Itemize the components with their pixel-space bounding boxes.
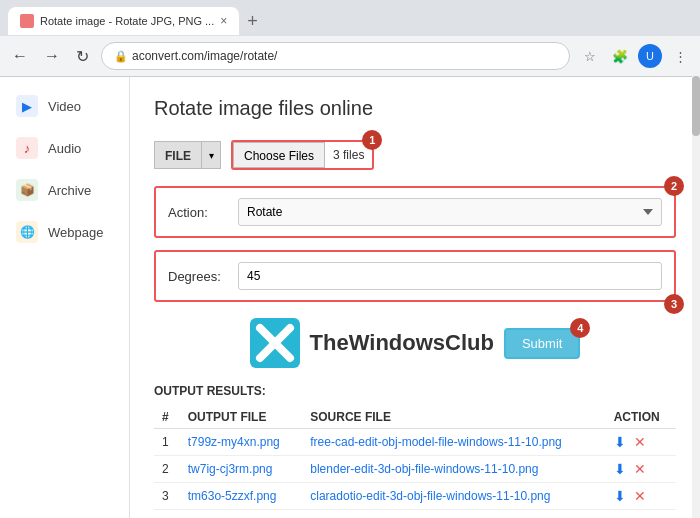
video-icon: ▶ [16,95,38,117]
results-table: # OUTPUT FILE SOURCE FILE ACTION 1 t799z… [154,406,676,510]
col-output: OUTPUT FILE [180,406,303,429]
tab-bar: Rotate image - Rotate JPG, PNG ... × + [0,0,700,36]
action-label: Action: [168,205,228,220]
source-file-link[interactable]: blender-edit-3d-obj-file-windows-11-10.p… [310,462,538,476]
degrees-input[interactable] [238,262,662,290]
watermark-text: TheWindowsClub [310,330,494,356]
tab-close-button[interactable]: × [220,14,227,28]
delete-icon[interactable]: ✕ [634,434,646,450]
file-dropdown-button[interactable]: ▾ [201,141,221,169]
row-output: tw7ig-cj3rm.png [180,456,303,483]
audio-icon: ♪ [16,137,38,159]
main-content: Rotate image files online FILE ▾ Choose … [130,77,700,518]
browser-chrome: Rotate image - Rotate JPG, PNG ... × + ←… [0,0,700,77]
source-file-link[interactable]: claradotio-edit-3d-obj-file-windows-11-1… [310,489,550,503]
active-tab[interactable]: Rotate image - Rotate JPG, PNG ... × [8,7,239,35]
table-row: 2 tw7ig-cj3rm.png blender-edit-3d-obj-fi… [154,456,676,483]
submit-button[interactable]: Submit [504,328,580,359]
degrees-section: Degrees: 3 [154,250,676,302]
badge-3: 3 [664,294,684,314]
choose-files-box: Choose Files 3 files 1 [231,140,374,170]
row-num: 2 [154,456,180,483]
file-label[interactable]: FILE [154,141,201,169]
action-select[interactable]: Rotate [238,198,662,226]
output-section: OUTPUT RESULTS: # OUTPUT FILE SOURCE FIL… [154,384,676,510]
page-layout: ▶ Video ♪ Audio 📦 Archive 🌐 Webpage Rota… [0,77,700,518]
row-output: tm63o-5zzxf.png [180,483,303,510]
row-action: ⬇ ✕ [606,456,676,483]
badge-4: 4 [570,318,590,338]
row-num: 1 [154,429,180,456]
watermark-area: TheWindowsClub Submit 4 [154,318,676,368]
table-row: 1 t799z-my4xn.png free-cad-edit-obj-mode… [154,429,676,456]
archive-icon: 📦 [16,179,38,201]
sidebar-video-label: Video [48,99,81,114]
row-action: ⬇ ✕ [606,429,676,456]
watermark-logo [250,318,300,368]
download-icon[interactable]: ⬇ [614,488,626,504]
degrees-label: Degrees: [168,269,228,284]
webpage-icon: 🌐 [16,221,38,243]
files-count: 3 files [325,148,372,162]
output-file-link[interactable]: t799z-my4xn.png [188,435,280,449]
table-header-row: # OUTPUT FILE SOURCE FILE ACTION [154,406,676,429]
star-icon[interactable]: ☆ [578,44,602,68]
toolbar-icons: ☆ 🧩 U ⋮ [578,44,692,68]
row-source: free-cad-edit-obj-model-file-windows-11-… [302,429,605,456]
profile-icon[interactable]: U [638,44,662,68]
output-file-link[interactable]: tw7ig-cj3rm.png [188,462,273,476]
source-file-link[interactable]: free-cad-edit-obj-model-file-windows-11-… [310,435,561,449]
page-title: Rotate image files online [154,97,676,120]
sidebar-archive-label: Archive [48,183,91,198]
new-tab-button[interactable]: + [239,11,266,32]
choose-files-button[interactable]: Choose Files [233,142,325,168]
tab-favicon [20,14,34,28]
delete-icon[interactable]: ✕ [634,461,646,477]
sidebar-item-archive[interactable]: 📦 Archive [0,169,129,211]
badge-2: 2 [664,176,684,196]
sidebar-webpage-label: Webpage [48,225,103,240]
row-num: 3 [154,483,180,510]
submit-btn-box: Submit 4 [504,328,580,359]
forward-button[interactable]: → [40,45,64,67]
refresh-button[interactable]: ↻ [72,45,93,68]
download-icon[interactable]: ⬇ [614,434,626,450]
col-action: ACTION [606,406,676,429]
scrollbar-track[interactable] [692,76,700,518]
menu-icon[interactable]: ⋮ [668,44,692,68]
row-action: ⬇ ✕ [606,483,676,510]
row-output: t799z-my4xn.png [180,429,303,456]
delete-icon[interactable]: ✕ [634,488,646,504]
file-section: FILE ▾ Choose Files 3 files 1 [154,140,676,170]
address-bar: ← → ↻ 🔒 aconvert.com/image/rotate/ ☆ 🧩 U… [0,36,700,76]
scrollbar-thumb[interactable] [692,76,700,136]
action-section: Action: Rotate 2 [154,186,676,238]
sidebar-item-audio[interactable]: ♪ Audio [0,127,129,169]
file-btn-group: FILE ▾ [154,141,221,169]
col-num: # [154,406,180,429]
tab-title: Rotate image - Rotate JPG, PNG ... [40,15,214,27]
back-button[interactable]: ← [8,45,32,67]
address-text: aconvert.com/image/rotate/ [132,49,277,63]
extensions-icon[interactable]: 🧩 [608,44,632,68]
output-title: OUTPUT RESULTS: [154,384,676,398]
lock-icon: 🔒 [114,50,128,63]
address-input[interactable]: 🔒 aconvert.com/image/rotate/ [101,42,570,70]
table-row: 3 tm63o-5zzxf.png claradotio-edit-3d-obj… [154,483,676,510]
sidebar-audio-label: Audio [48,141,81,156]
row-source: claradotio-edit-3d-obj-file-windows-11-1… [302,483,605,510]
output-file-link[interactable]: tm63o-5zzxf.png [188,489,277,503]
download-icon[interactable]: ⬇ [614,461,626,477]
sidebar-item-video[interactable]: ▶ Video [0,85,129,127]
badge-1: 1 [362,130,382,150]
sidebar-item-webpage[interactable]: 🌐 Webpage [0,211,129,253]
sidebar: ▶ Video ♪ Audio 📦 Archive 🌐 Webpage [0,77,130,518]
row-source: blender-edit-3d-obj-file-windows-11-10.p… [302,456,605,483]
col-source: SOURCE FILE [302,406,605,429]
